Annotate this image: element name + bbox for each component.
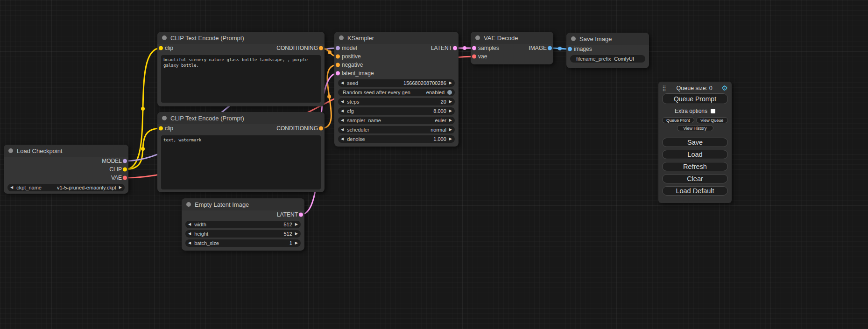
queue-front-button[interactable]: Queue Front [662,117,694,123]
drag-handle-icon[interactable]: ⣿ [662,85,666,91]
batch-size-widget[interactable]: ◀ batch_size 1 ▶ [185,239,301,247]
arrow-right-icon[interactable]: ▶ [119,186,122,189]
sampler-name-widget[interactable]: ◀ sampler_name euler ▶ [338,117,455,124]
conditioning-output-dot[interactable] [319,46,323,50]
input-slot-positive: positive [334,52,459,61]
collapse-dot-icon[interactable] [8,148,13,153]
collapse-dot-icon[interactable] [186,202,191,207]
collapse-dot-icon[interactable] [571,36,576,41]
cfg-widget[interactable]: ◀ cfg 8.000 ▶ [338,107,455,115]
latent-output-dot[interactable] [453,46,457,50]
node-title: CLIP Text Encode (Prompt) [170,35,244,42]
arrow-left-icon[interactable]: ◀ [341,100,344,104]
images-input-dot[interactable] [568,47,572,51]
prompt-text-input[interactable]: text, watermark [161,135,321,189]
arrow-left-icon[interactable]: ◀ [341,109,344,113]
collapse-dot-icon[interactable] [162,35,167,40]
arrow-left-icon[interactable]: ◀ [10,186,13,189]
node-title-bar[interactable]: VAE Decode [471,32,553,44]
ckpt-name-widget[interactable]: ◀ ckpt_name v1-5-pruned-emaonly.ckpt ▶ [7,184,125,191]
output-slot-latent: LATENT [182,210,304,219]
clear-button[interactable]: Clear [662,174,728,183]
wire-midpoint-dot [328,50,332,54]
filename-prefix-widget[interactable]: filename_prefix ComfyUI [570,55,645,63]
arrow-right-icon[interactable]: ▶ [449,119,452,122]
node-title-bar[interactable]: Load Checkpoint [4,145,128,157]
node-clip-text-encode-negative[interactable]: CLIP Text Encode (Prompt) clip CONDITION… [157,112,325,192]
node-title-bar[interactable]: KSampler [334,32,459,44]
queue-prompt-button[interactable]: Queue Prompt [662,93,728,104]
clip-input-dot[interactable] [159,126,163,131]
wire-midpoint-dot [141,107,145,111]
output-slot-model: MODEL [4,157,128,165]
settings-gear-icon[interactable]: ⚙ [722,84,728,91]
arrow-left-icon[interactable]: ◀ [341,137,344,141]
node-title-bar[interactable]: CLIP Text Encode (Prompt) [157,32,325,44]
node-vae-decode[interactable]: VAE Decode samples IMAGE vae [471,32,553,64]
arrow-left-icon[interactable]: ◀ [341,119,344,122]
conditioning-output-dot[interactable] [319,126,323,131]
extra-options-checkbox[interactable] [711,109,715,113]
wire-midpoint-dot [327,95,331,98]
node-title: KSampler [347,35,374,42]
save-button[interactable]: Save [662,138,728,147]
model-input-dot[interactable] [336,46,340,50]
node-empty-latent-image[interactable]: Empty Latent Image LATENT ◀ width 512 ▶ … [182,198,304,251]
random-seed-toggle-widget[interactable]: Random seed after every gen enabled [338,89,455,96]
wire-midpoint-dot [463,46,466,50]
vae-input-dot[interactable] [472,55,476,59]
latent-image-input-dot[interactable] [336,71,340,76]
arrow-right-icon[interactable]: ▶ [449,128,452,132]
collapse-dot-icon[interactable] [475,35,480,40]
arrow-right-icon[interactable]: ▶ [449,137,452,141]
width-widget[interactable]: ◀ width 512 ▶ [185,221,301,228]
node-ksampler[interactable]: KSampler model LATENT positive negative … [334,32,459,147]
steps-widget[interactable]: ◀ steps 20 ▶ [338,98,455,105]
input-slot-vae: vae [471,52,553,61]
arrow-right-icon[interactable]: ▶ [295,232,298,236]
latent-output-dot[interactable] [299,213,303,217]
arrow-left-icon[interactable]: ◀ [188,232,191,236]
image-output-dot[interactable] [548,46,552,50]
model-output-dot[interactable] [123,159,127,163]
arrow-right-icon[interactable]: ▶ [449,109,452,113]
arrow-right-icon[interactable]: ▶ [449,100,452,104]
arrow-left-icon[interactable]: ◀ [188,241,191,245]
node-title-bar[interactable]: Save Image [566,33,649,45]
prompt-text-input[interactable]: beautiful scenery nature glass bottle la… [161,55,321,103]
view-history-row: View History [662,125,728,131]
seed-widget[interactable]: ◀ seed 156680208700286 ▶ [338,79,455,87]
scheduler-widget[interactable]: ◀ scheduler normal ▶ [338,126,455,133]
arrow-left-icon[interactable]: ◀ [341,128,344,132]
node-clip-text-encode-positive[interactable]: CLIP Text Encode (Prompt) clip CONDITION… [157,32,325,106]
graph-canvas[interactable]: Load Checkpoint MODEL CLIP VAE ◀ ckpt_na… [0,0,868,329]
denoise-widget[interactable]: ◀ denoise 1.000 ▶ [338,135,455,143]
clip-output-dot[interactable] [123,168,127,172]
arrow-right-icon[interactable]: ▶ [295,241,298,245]
arrow-left-icon[interactable]: ◀ [188,223,191,226]
queue-buttons-row: Queue Front View Queue [662,117,728,123]
height-widget[interactable]: ◀ height 512 ▶ [185,230,301,238]
node-title-bar[interactable]: CLIP Text Encode (Prompt) [157,112,325,124]
samples-input-dot[interactable] [472,46,476,50]
arrow-right-icon[interactable]: ▶ [295,223,298,226]
collapse-dot-icon[interactable] [339,35,344,40]
collapse-dot-icon[interactable] [162,116,167,120]
toggle-ball-icon[interactable] [447,90,452,95]
node-save-image[interactable]: Save Image images filename_prefix ComfyU… [566,33,649,68]
node-load-checkpoint[interactable]: Load Checkpoint MODEL CLIP VAE ◀ ckpt_na… [4,145,128,194]
positive-input-dot[interactable] [336,55,340,59]
arrow-right-icon[interactable]: ▶ [449,81,452,85]
node-title-bar[interactable]: Empty Latent Image [182,198,304,210]
load-button[interactable]: Load [662,150,728,159]
refresh-button[interactable]: Refresh [662,162,728,171]
clip-input-dot[interactable] [159,46,163,50]
input-slot-latent-image: latent_image [334,69,459,77]
view-queue-button[interactable]: View Queue [696,117,728,123]
arrow-left-icon[interactable]: ◀ [341,81,344,85]
load-default-button[interactable]: Load Default [662,186,728,196]
negative-input-dot[interactable] [336,63,340,67]
slot-row-clip-conditioning: clip CONDITIONING [157,44,325,52]
view-history-button[interactable]: View History [677,125,713,131]
vae-output-dot[interactable] [123,176,127,180]
